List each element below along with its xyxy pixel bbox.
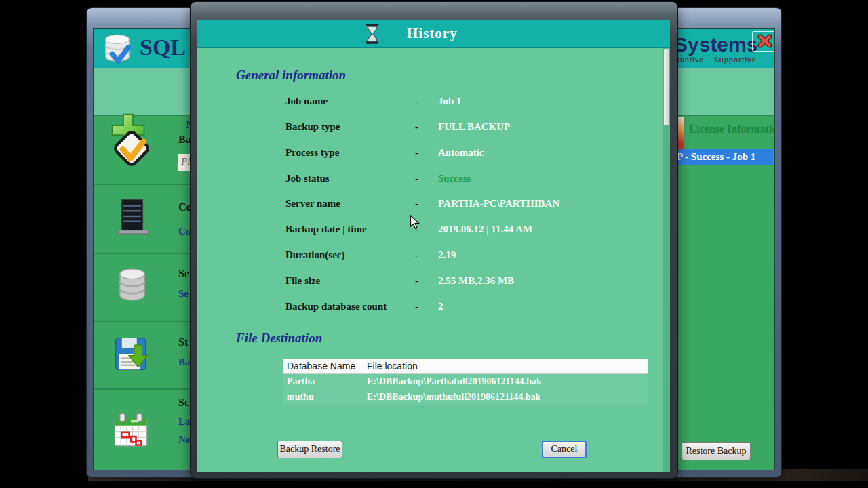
- info-dash: -: [415, 147, 418, 159]
- info-label: Duration(sec): [285, 249, 344, 261]
- dialog-scrollbar[interactable]: [663, 48, 670, 472]
- info-value: Automatic: [438, 147, 484, 159]
- general-information-heading: General information: [236, 68, 346, 83]
- info-dash: -: [415, 96, 418, 107]
- info-label: Job status: [285, 173, 330, 184]
- info-row-file-size: File size - 2.55 MB,2.36 MB: [285, 275, 652, 289]
- info-row-job-status: Job status - Success: [285, 173, 652, 186]
- info-label: File size: [285, 275, 320, 287]
- brand-text-sql: SQL: [140, 35, 186, 60]
- brand-tagline: ductive Supportive: [675, 56, 756, 64]
- database-cylinder-icon[interactable]: [113, 265, 152, 304]
- close-x-icon: [756, 34, 774, 49]
- info-value-success: Success: [438, 173, 471, 184]
- info-label: Backup database count: [285, 301, 387, 312]
- dialog-title: History: [407, 25, 458, 42]
- cell-file-location: E:\DBBackup\muthufull201906121144.bak: [367, 392, 540, 403]
- server-tower-icon[interactable]: [111, 195, 153, 237]
- info-value: 2.55 MB,2.36 MB: [438, 275, 514, 287]
- info-value: 2.19: [438, 249, 456, 261]
- history-dialog: History General information Job name - J…: [191, 2, 677, 478]
- column-header-database-name[interactable]: Database Name: [287, 361, 355, 371]
- backup-check-icon[interactable]: [108, 125, 155, 172]
- info-row-backup-date: Backup date | time - 2019.06.12 | 11.44 …: [285, 224, 652, 237]
- info-dash: -: [415, 121, 418, 133]
- info-row-job-name: Job name - Job 1: [285, 96, 652, 109]
- info-dash: -: [415, 275, 418, 287]
- table-row[interactable]: Partha E:\DBBackup\Parthafull20190612114…: [283, 374, 648, 390]
- sidebar-item-schedule-sub2: Ne: [178, 434, 191, 445]
- file-destination-table: Database Name File location Partha E:\DB…: [283, 359, 648, 405]
- brand-text-systems: Systems: [674, 33, 757, 56]
- info-label: Process type: [285, 147, 339, 159]
- table-row[interactable]: muthu E:\DBBackup\muthufull201906121144.…: [283, 390, 648, 405]
- info-row-duration: Duration(sec) - 2.19: [285, 249, 652, 263]
- sidebar-item-storage-label: St: [178, 336, 188, 348]
- restore-backup-button[interactable]: Restore Backup: [682, 442, 751, 460]
- license-information-label[interactable]: License Information: [689, 123, 775, 136]
- sidebar-item-server-label: Se: [178, 268, 189, 280]
- sidebar-item-storage-sub: Ba: [178, 357, 191, 368]
- info-label: Server name: [285, 198, 340, 209]
- floppy-save-icon[interactable]: [111, 333, 153, 375]
- column-header-file-location[interactable]: File location: [367, 361, 418, 371]
- sidebar-item-schedule-sub1: La: [178, 416, 191, 428]
- sidebar-divider: [94, 184, 203, 185]
- info-dash: -: [415, 301, 418, 312]
- cell-database-name: muthu: [287, 392, 314, 403]
- sidebar-divider: [94, 388, 203, 390]
- sidebar-item-connect-label: Co: [178, 201, 192, 214]
- sidebar-divider: [94, 253, 203, 254]
- sidebar-item-connect-sub: Co: [178, 226, 191, 237]
- cell-database-name: Partha: [287, 376, 315, 387]
- cell-file-location: E:\DBBackup\Parthafull201906121144.bak: [367, 376, 542, 387]
- scrollbar-thumb[interactable]: [664, 49, 669, 125]
- info-dash: -: [415, 198, 418, 209]
- mouse-cursor: [410, 215, 420, 230]
- info-value: Job 1: [438, 96, 462, 107]
- info-row-db-count: Backup database count - 2: [285, 301, 652, 314]
- backup-restore-button[interactable]: Backup Restore: [277, 441, 342, 458]
- sidebar-item-server-sub: Se: [178, 288, 189, 300]
- info-value: 2: [438, 301, 443, 312]
- info-row-process-type: Process type - Automatic: [285, 147, 652, 161]
- info-dash: -: [415, 173, 418, 184]
- info-value: PARTHA-PC\PARTHIBAN: [438, 198, 559, 209]
- info-label: Backup date | time: [285, 224, 367, 235]
- info-value: FULL BACKUP: [438, 121, 510, 133]
- cancel-button[interactable]: Cancel: [542, 441, 587, 458]
- info-row-server-name: Server name - PARTHA-PC\PARTHIBAN: [285, 198, 652, 211]
- sql-database-logo-icon: [100, 32, 135, 67]
- dialog-titlebar[interactable]: History: [197, 20, 670, 48]
- info-label: Job name: [285, 96, 328, 107]
- close-button[interactable]: [752, 31, 775, 52]
- calendar-schedule-icon[interactable]: [111, 409, 151, 451]
- sidebar-item-schedule-label: Sc: [178, 396, 189, 409]
- info-value: 2019.06.12 | 11.44 AM: [438, 224, 532, 235]
- history-dialog-content: History General information Job name - J…: [197, 20, 670, 472]
- info-dash: -: [415, 249, 418, 261]
- hourglass-icon: [365, 24, 380, 44]
- table-header-row[interactable]: Database Name File location: [283, 359, 648, 374]
- sidebar-item-backup-label: Ba: [178, 134, 191, 146]
- sidebar-divider: [94, 321, 203, 322]
- file-destination-heading: File Destination: [236, 331, 322, 346]
- history-list-selected-item[interactable]: P - Success - Job 1: [669, 149, 773, 165]
- info-label: Backup type: [285, 121, 340, 133]
- info-row-backup-type: Backup type - FULL BACKUP: [285, 121, 652, 135]
